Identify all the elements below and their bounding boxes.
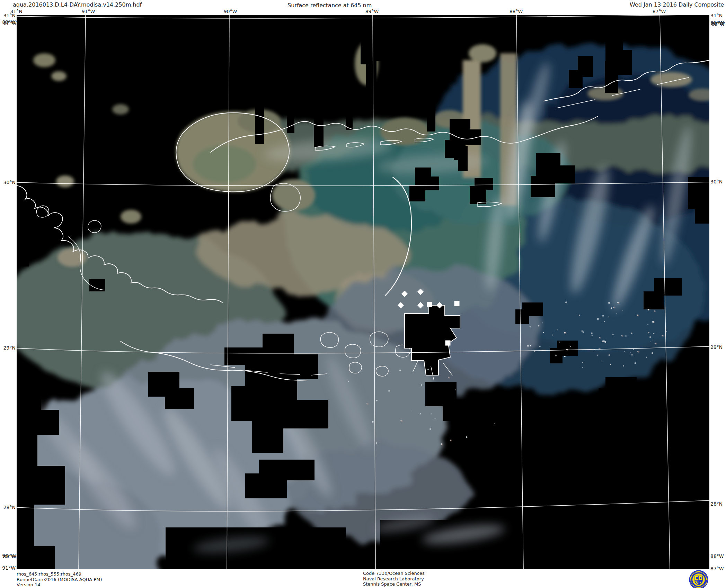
axis-label: 91°W <box>82 9 95 14</box>
axis-label: 89°W <box>365 9 379 14</box>
axis-label: 90°W <box>224 9 237 14</box>
axis-label: 28°N <box>3 505 16 510</box>
caption-line: rhos_645:rhos_555:rhos_469 <box>17 571 102 577</box>
axis-label: 89°W <box>711 21 725 27</box>
axis-label: 31°N <box>3 13 16 18</box>
axis-label: 30°N <box>710 179 723 184</box>
browse-image-page: aqua.2016013.D.L4-DAY.modisa.v14.250m.hd… <box>0 0 726 588</box>
axis-label: 87°W <box>3 20 17 26</box>
axis-label: 88°W <box>710 553 724 559</box>
caption-line: Version 14 <box>17 582 102 588</box>
axis-label: 31°N <box>710 13 723 18</box>
axis-label: 87°W <box>653 9 666 14</box>
axis-label: 87°W <box>710 566 724 571</box>
axis-label: 29°N <box>710 344 723 350</box>
axis-label: 91°W <box>2 565 16 571</box>
nrl-seal-logo <box>689 570 709 588</box>
axis-label: 89°W <box>3 554 16 559</box>
caption-line: Code 7330/Ocean Sciences <box>363 571 425 576</box>
product-caption: rhos_645:rhos_555:rhos_469BonnetCarre201… <box>17 571 102 588</box>
axis-label: 30°N <box>3 180 16 185</box>
caption-line: Stennis Space Center, MS <box>363 581 425 587</box>
axis-label: 88°W <box>510 9 523 14</box>
axis-label: 29°N <box>3 345 16 351</box>
caption-line: BonnetCarre2016 (MODISA-AQUA-PM) <box>17 577 102 582</box>
axis-label: 28°N <box>710 501 723 507</box>
page-title: Surface reflectance at 645 nm <box>287 2 372 9</box>
source-filename: aqua.2016013.D.L4-DAY.modisa.v14.250m.hd… <box>13 1 142 8</box>
organization-caption: Code 7330/Ocean SciencesNaval Research L… <box>363 571 425 587</box>
satellite-image <box>17 15 709 569</box>
map-frame <box>17 15 709 569</box>
caption-line: Naval Research Laboratory <box>363 576 425 582</box>
date-label: Wed Jan 13 2016 Daily Composite <box>630 1 724 8</box>
